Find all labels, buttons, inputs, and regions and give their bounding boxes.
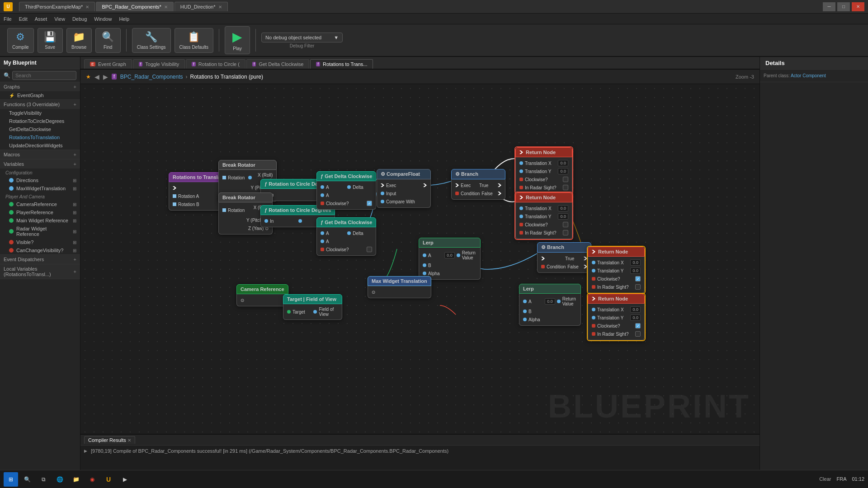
tab-bpc-radar[interactable]: BPC_Radar_Components* ✕ [96,2,173,11]
variables-add[interactable]: + [74,161,76,167]
checkbox-radar-ret2[interactable] [563,230,568,235]
node-branch-2[interactable]: ⚙ Branch True Condition False [537,242,591,273]
compile-button[interactable]: ⚙ Compile [7,28,34,53]
event-dispatchers-header[interactable]: Event Dispatchers + [0,255,80,264]
class-defaults-button[interactable]: 📋 Class Defaults [175,28,213,53]
breadcrumb-component[interactable]: BPC_Radar_Components [120,74,183,80]
save-button[interactable]: 💾 Save [38,28,63,53]
node-get-delta-cw-1[interactable]: ƒ Get Delta Clockwise A Delta A [316,171,376,210]
menu-help[interactable]: Help [119,16,129,22]
functions-header[interactable]: Functions (3 Overridable) + [0,100,80,109]
graphs-header[interactable]: Graphs + [0,82,80,91]
maximize-button[interactable]: □ [837,2,850,11]
sidebar-item-playerreference[interactable]: PlayerReference ⊞ [0,208,80,216]
compiler-tab-close[interactable]: ✕ [127,438,131,443]
search-input[interactable] [12,71,76,80]
tab-get-delta[interactable]: f Get Delta Clockwise [246,59,310,69]
compiler-results-tab[interactable]: Compiler Results ✕ [84,436,135,444]
titlebar: U ThirdPersonExampleMap* ✕ BPC_Radar_Com… [0,0,868,14]
find-button[interactable]: 🔍 Find [95,28,121,53]
tab-toggle-visibility[interactable]: f Toggle Visibility [133,59,185,69]
node-lerp-2[interactable]: Lerp A 0.0 Return Value B [519,284,581,326]
sidebar-item-camerareference[interactable]: CameraReference ⊞ [0,200,80,208]
sidebar-item-updatedirection[interactable]: UpdateDirectionWidgets [0,141,80,150]
tab-close-bpc[interactable]: ✕ [164,5,168,9]
node-compare-float[interactable]: ⚙ CompareFloat Exec Input Compare With [377,169,431,208]
menu-window[interactable]: Window [94,16,112,22]
node-branch-1[interactable]: ⚙ Branch Exec True Condition False [451,169,505,200]
menu-debug[interactable]: Debug [72,16,87,22]
checkbox-cw2[interactable] [367,247,372,252]
sidebar-item-eventgraph[interactable]: ⚡ EventGraph [0,91,80,99]
tab-rotations-trans[interactable]: f Rotations to Trans... [310,59,373,69]
macros-header[interactable]: Macros + [0,150,80,159]
node-field-of-view[interactable]: Target | Field of View Target Field of V… [283,294,342,320]
clear-button[interactable]: Clear [819,476,831,482]
variables-header[interactable]: Variables + [0,160,80,169]
node-lerp-1[interactable]: Lerp A 0.0 Return Value B [419,238,481,280]
sidebar-item-canchange[interactable]: CanChangeVisibility? ⊞ [0,246,80,254]
taskbar-ue4[interactable]: U [101,472,116,487]
local-variables-add[interactable]: + [74,269,76,274]
tab-event-graph[interactable]: E Event Graph [84,59,132,69]
local-variables-header[interactable]: Local Variables (RotationsToTransl...) + [0,264,80,279]
event-dispatchers-add[interactable]: + [74,257,76,262]
taskbar-cmd[interactable]: ▶ [118,472,132,487]
checkbox-cw-ret3[interactable]: ✓ [635,276,641,282]
sidebar-item-getdelta[interactable]: GetDeltaClockwise [0,125,80,133]
tab-thirdperson[interactable]: ThirdPersonExampleMap* ✕ [19,2,95,11]
menu-file[interactable]: File [4,16,12,22]
checkbox-cw1[interactable]: ✓ [367,201,372,206]
breadcrumb-forward[interactable]: ▶ [103,73,108,80]
sidebar-item-maxwidget[interactable]: MaxWidgetTranslation ⊞ [0,184,80,192]
sidebar-item-radarwidget[interactable]: Radar Widget Reference ⊞ [0,225,80,238]
parent-class-value[interactable]: Actor Component [791,73,826,78]
sidebar-item-visible[interactable]: Visible? ⊞ [0,238,80,246]
node-return-1[interactable]: Return Node Translation X 0.0 Translatio… [514,146,573,195]
node-max-widget-translation[interactable]: Max Widget Translation ⊙ [368,276,431,298]
graphs-add[interactable]: + [74,84,76,89]
taskbar-explorer[interactable]: 📁 [69,472,83,487]
taskbar-start[interactable]: ⊞ [4,472,18,487]
sidebar-item-rotationtocircle[interactable]: RotationToCircleDegrees [0,117,80,125]
breadcrumb-star[interactable]: ★ [86,74,91,80]
close-button[interactable]: ✕ [852,2,864,11]
functions-add[interactable]: + [74,102,76,107]
sidebar-item-directions[interactable]: Directions ⊞ [0,176,80,184]
sidebar-item-rotationstrans[interactable]: RotationsToTranslation [0,133,80,141]
node-return-2[interactable]: Return Node Translation X 0.0 Translatio… [514,192,573,240]
row-radar-ret3: In Radar Sight? [588,283,644,291]
taskbar-chrome[interactable]: ◉ [85,472,99,487]
checkbox-radar-ret1[interactable] [563,185,568,190]
menu-asset[interactable]: Asset [35,16,47,22]
tab-close-hud[interactable]: ✕ [218,5,222,9]
menu-edit[interactable]: Edit [19,16,28,22]
node-return-3[interactable]: Return Node Translation X 0.0 Translatio… [587,246,646,294]
checkbox-cw-ret2[interactable] [563,222,568,227]
play-button[interactable]: ▶ Play [225,26,250,54]
breadcrumb-back[interactable]: ◀ [94,73,99,80]
node-return-4[interactable]: Return Node Translation X 0.0 Translatio… [587,293,646,341]
checkbox-cw-ret1[interactable] [563,177,568,182]
debug-dropdown[interactable]: No debug object selected ▼ [261,33,343,42]
blueprint-canvas[interactable]: Rotations to Translation Rotation A Rota… [80,84,760,434]
macros-add[interactable]: + [74,152,76,157]
checkbox-cw-ret4[interactable]: ✓ [635,323,641,328]
tab-hud-direction[interactable]: HUD_Direction* ✕ [175,2,228,11]
menu-view[interactable]: View [54,16,65,22]
tab-rotation-circle[interactable]: f Rotation to Circle ( [186,59,245,69]
class-settings-button[interactable]: 🔧 Class Settings [132,28,171,53]
sidebar-item-togglevisibility[interactable]: ToggleVisibility [0,109,80,117]
node-camera-reference[interactable]: Camera Reference ⊙ [236,284,288,306]
browse-button[interactable]: 📁 Browse [66,28,92,53]
taskbar-taskview[interactable]: ⧉ [36,472,51,487]
node-get-delta-cw-2[interactable]: ƒ Get Delta Clockwise A Delta A [316,217,376,256]
taskbar-search[interactable]: 🔍 [20,472,34,487]
minimize-button[interactable]: ─ [823,2,835,11]
checkbox-radar-ret3[interactable] [635,284,641,290]
checkbox-radar-ret4[interactable] [635,331,641,337]
sidebar-item-mainwidget[interactable]: Main Widget Reference ⊞ [0,216,80,225]
taskbar-edge[interactable]: 🌐 [52,472,67,487]
tab-close-thirdperson[interactable]: ✕ [85,5,89,9]
node-header-return2: Return Node [515,192,572,202]
